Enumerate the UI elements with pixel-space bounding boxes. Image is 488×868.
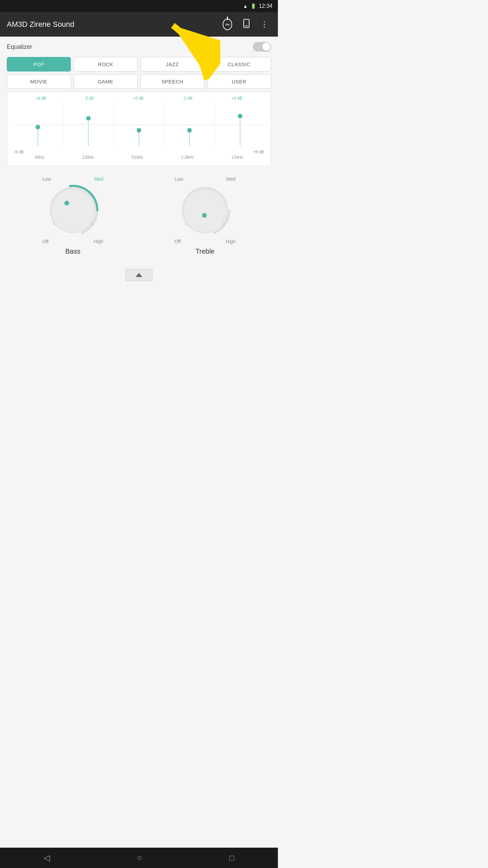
preset-movie[interactable]: MOVIE — [7, 74, 71, 89]
bass-off-label: Off — [42, 239, 48, 244]
band-freq-4: 11kHz — [231, 155, 243, 160]
preset-speech[interactable]: SPEECH — [140, 74, 204, 89]
bass-knob[interactable] — [46, 183, 100, 237]
band-freq-3: 2.2kHz — [181, 155, 194, 160]
more-button[interactable]: ⋮ — [258, 17, 271, 32]
preset-game[interactable]: GAME — [74, 74, 138, 89]
treble-labels-top: Low Med — [171, 176, 239, 182]
preset-classic[interactable]: CLASSIC — [207, 57, 271, 72]
svg-point-11 — [86, 116, 90, 120]
treble-knob-container: Low Med Off Hig — [171, 176, 239, 255]
eq-chart: +6 dB 0 dB +2 dB -2 dB +3 dB — [7, 92, 271, 166]
treble-high-label: High — [226, 239, 236, 244]
band-db-0: +6 dB — [36, 96, 46, 101]
equalizer-section: Equalizer POP ROCK JAZZ CLASSIC MOVIE GA… — [0, 37, 278, 166]
bass-knob-container: Low Med — [39, 176, 107, 255]
treble-dot — [202, 213, 207, 218]
equalizer-header: Equalizer — [7, 42, 271, 52]
preset-rock[interactable]: ROCK — [74, 57, 138, 72]
band-db-4: +3 dB — [232, 96, 243, 101]
treble-off-label: Off — [175, 239, 181, 244]
eq-max-label: +6 dB — [253, 150, 264, 154]
bass-face — [50, 187, 96, 233]
treble-med-label: Med — [226, 176, 236, 182]
on-button[interactable]: ON — [220, 17, 235, 32]
device-button[interactable] — [239, 16, 254, 33]
treble-face — [182, 187, 228, 233]
svg-point-17 — [238, 114, 242, 118]
up-arrow-icon — [136, 273, 142, 277]
band-db-2: +2 dB — [133, 96, 144, 101]
on-label: ON — [225, 23, 229, 26]
preset-user[interactable]: USER — [207, 74, 271, 89]
eq-min-label: -6 dB — [14, 150, 24, 154]
svg-rect-0 — [244, 19, 249, 27]
svg-point-15 — [187, 128, 192, 133]
svg-point-9 — [36, 125, 40, 129]
band-freq-1: 130Hz — [82, 155, 94, 160]
bass-labels-bottom: Off High — [39, 239, 107, 244]
app-bar: AM3D Zirene Sound ON ⋮ — [0, 12, 278, 37]
bass-med-label: Med — [94, 176, 103, 182]
status-bar: ▲ 🔋 12:34 — [0, 0, 278, 12]
up-button[interactable] — [125, 269, 152, 281]
treble-labels-bottom: Off High — [171, 239, 239, 244]
bottom-up-area — [0, 262, 278, 284]
preset-jazz[interactable]: JAZZ — [140, 57, 204, 72]
app-title: AM3D Zirene Sound — [7, 20, 216, 29]
svg-point-13 — [137, 128, 141, 133]
treble-name: Treble — [196, 248, 215, 255]
treble-knob[interactable] — [178, 183, 232, 237]
preset-pop[interactable]: POP — [7, 57, 71, 72]
bass-name: Bass — [65, 248, 80, 255]
preset-grid: POP ROCK JAZZ CLASSIC MOVIE GAME SPEECH … — [7, 57, 271, 89]
bass-low-label: Low — [42, 176, 51, 182]
bass-labels-top: Low Med — [39, 176, 107, 182]
eq-svg — [13, 103, 265, 147]
status-time: 12:34 — [259, 3, 272, 9]
svg-rect-1 — [245, 25, 248, 26]
knobs-section: Low Med — [0, 166, 278, 262]
battery-icon: 🔋 — [250, 3, 256, 9]
wifi-icon: ▲ — [243, 3, 248, 9]
band-freq-0: 40Hz — [35, 155, 44, 160]
band-freq-2: 510Hz — [131, 155, 143, 160]
equalizer-toggle[interactable] — [253, 42, 271, 52]
band-db-3: -2 dB — [183, 96, 192, 101]
toggle-thumb — [262, 43, 270, 51]
main-content: Equalizer POP ROCK JAZZ CLASSIC MOVIE GA… — [0, 37, 278, 284]
bass-dot — [64, 201, 69, 205]
band-db-1: 0 dB — [85, 96, 94, 101]
bass-high-label: High — [94, 239, 103, 244]
treble-low-label: Low — [175, 176, 183, 182]
equalizer-label: Equalizer — [7, 43, 32, 51]
